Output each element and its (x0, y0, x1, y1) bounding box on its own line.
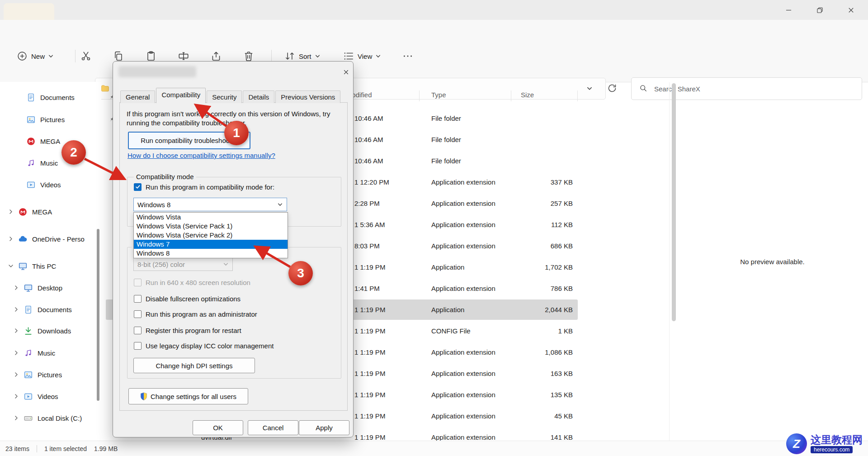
explorer-window: New Sort View (0, 0, 868, 456)
file-type: File folder (431, 150, 461, 171)
sidebar-scrollbar[interactable] (97, 229, 99, 401)
checkbox-label: Disable fullscreen optimizations (146, 295, 241, 303)
chevron-right-icon[interactable] (14, 394, 19, 399)
file-size: 2,044 KB (506, 299, 573, 320)
checkbox-disabled-icon (134, 279, 142, 286)
file-size: 112 KB (506, 214, 573, 235)
option-windows-7[interactable]: Windows 7 (134, 240, 288, 249)
sidebar-item-videos-pc[interactable]: Videos (0, 386, 112, 406)
color-mode-combobox: 8-bit (256) color (133, 258, 233, 271)
music-icon (24, 348, 33, 358)
legacy-icc-checkbox[interactable]: Use legacy display ICC color management (134, 340, 274, 351)
ok-button[interactable]: OK (193, 420, 243, 435)
column-header-type[interactable]: Type (431, 91, 446, 99)
chevron-right-icon[interactable] (14, 350, 19, 356)
file-date-modified: 1 1:19 PM (354, 320, 385, 342)
new-button[interactable]: New (14, 47, 57, 65)
file-date-modified: 10:46 AM (354, 108, 383, 129)
tab-security[interactable]: Security (207, 90, 242, 103)
cut-button[interactable] (76, 47, 96, 65)
checkbox-checked-icon[interactable] (134, 183, 142, 191)
640x480-checkbox: Run in 640 x 480 screen resolution (134, 277, 250, 288)
sidebar-label: Pictures (40, 116, 65, 124)
sidebar-tree-mega[interactable]: MEGA (0, 202, 107, 222)
file-date-modified: 1 1:19 PM (354, 363, 385, 384)
apply-button[interactable]: Apply (299, 420, 349, 435)
file-type: Application (431, 299, 464, 320)
change-settings-all-users-button[interactable]: Change settings for all users (128, 388, 248, 404)
see-more-button[interactable] (398, 47, 418, 65)
s ort-button-label: Sort (299, 52, 311, 60)
column-separator[interactable] (577, 90, 578, 101)
mega-icon (26, 137, 36, 146)
sidebar-label: OneDrive - Perso (32, 235, 85, 243)
chevron-down-icon[interactable] (8, 263, 14, 269)
sidebar-item-music-pc[interactable]: Music (0, 343, 112, 363)
new-button-label: New (31, 52, 45, 60)
file-date-modified: 1 1:19 PM (354, 405, 385, 427)
copy-icon (113, 50, 124, 62)
dialog-close-button[interactable] (337, 64, 354, 80)
sidebar-tree-onedrive[interactable]: OneDrive - Perso (0, 229, 107, 249)
option-windows-vista-sp2[interactable]: Windows Vista (Service Pack 2) (134, 231, 288, 240)
file-type: Application extension (431, 193, 495, 214)
option-windows-vista-sp1[interactable]: Windows Vista (Service Pack 1) (134, 222, 288, 231)
column-header-size[interactable]: Size (521, 91, 534, 99)
change-high-dpi-button[interactable]: Change high DPI settings (133, 358, 255, 373)
file-type: Application extension (431, 405, 495, 427)
tab-previous-versions[interactable]: Previous Versions (275, 90, 340, 103)
option-windows-8[interactable]: Windows 8 (134, 249, 288, 258)
chevron-right-icon[interactable] (8, 209, 14, 214)
disable-fullscreen-optimizations-checkbox[interactable]: Disable fullscreen optimizations (134, 293, 241, 304)
sidebar-item-downloads[interactable]: Downloads (0, 321, 112, 341)
sidebar-item-desktop[interactable]: Desktop (0, 278, 112, 298)
sidebar-item-pictures-pc[interactable]: Pictures (0, 365, 112, 385)
checkbox-unchecked-icon[interactable] (134, 310, 142, 318)
chevron-right-icon[interactable] (8, 236, 14, 242)
preview-pane-separator (669, 82, 670, 441)
checkbox-unchecked-icon[interactable] (134, 295, 142, 303)
minimize-button[interactable] (773, 0, 804, 20)
explorer-tab[interactable] (4, 3, 54, 20)
checkbox-label: Run in 640 x 480 screen resolution (146, 279, 250, 286)
checkbox-unchecked-icon[interactable] (134, 342, 142, 350)
sidebar-label: MEGA (32, 208, 52, 216)
watermark-logo: Z (786, 433, 807, 454)
run-as-administrator-checkbox[interactable]: Run this program as an administrator (134, 309, 257, 319)
chevron-right-icon[interactable] (14, 285, 19, 290)
search-input[interactable] (653, 81, 854, 96)
option-windows-vista[interactable]: Windows Vista (134, 213, 288, 222)
close-button[interactable] (835, 0, 866, 20)
chevron-right-icon[interactable] (14, 328, 19, 333)
tab-compatibility[interactable]: Compatibility (156, 88, 206, 103)
documents-icon (24, 305, 33, 314)
file-type: Application extension (431, 278, 495, 299)
sidebar-tree-this-pc[interactable]: This PC (0, 256, 107, 276)
choose-settings-manually-link[interactable]: How do I choose compatibility settings m… (127, 152, 275, 159)
file-size: 1,702 KB (506, 256, 573, 278)
run-troubleshooter-button[interactable]: Run compatibility troubleshooter (128, 132, 250, 149)
register-for-restart-checkbox[interactable]: Register this program for restart (134, 325, 241, 336)
sidebar-item-local-disk-c[interactable]: Local Disk (C:) (0, 408, 112, 428)
column-separator[interactable] (511, 90, 511, 101)
chevron-right-icon[interactable] (14, 372, 19, 377)
maximize-button[interactable] (804, 0, 835, 20)
group-label: Compatibility mode (134, 173, 196, 180)
cancel-button[interactable]: Cancel (248, 420, 298, 435)
compatibility-mode-combobox[interactable]: Windows 8 (133, 198, 287, 211)
compatibility-mode-dropdown: Windows Vista Windows Vista (Service Pac… (133, 212, 288, 258)
checkbox-unchecked-icon[interactable] (134, 327, 142, 334)
sidebar-item-documents-pc[interactable]: Documents (0, 299, 112, 319)
tab-general[interactable]: General (120, 90, 155, 103)
status-divider (37, 445, 37, 452)
tab-details[interactable]: Details (243, 90, 274, 103)
chevron-right-icon[interactable] (14, 415, 19, 421)
file-date-modified: 1 1:19 PM (354, 299, 385, 320)
sidebar-label: Videos (40, 181, 61, 189)
file-size: 686 KB (506, 235, 573, 256)
compat-mode-checkbox[interactable]: Run this program in compatibility mode f… (134, 181, 274, 192)
column-separator[interactable] (419, 90, 420, 101)
file-list-scrollbar[interactable] (672, 83, 676, 321)
chevron-right-icon[interactable] (14, 307, 19, 312)
chevron-down-icon (223, 261, 229, 267)
